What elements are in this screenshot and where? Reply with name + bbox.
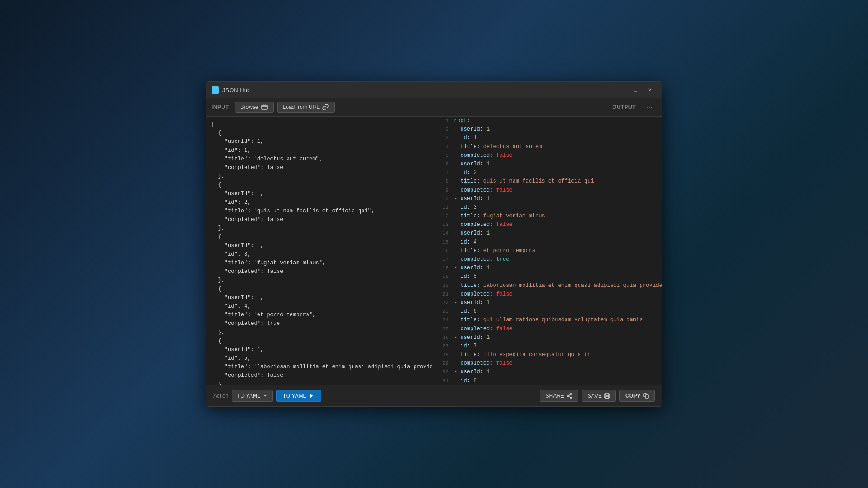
input-line: "title": "et porro tempora", [212, 311, 426, 319]
app-window: JSON Hub — □ ✕ INPUT Browse Load from UR… [206, 81, 662, 407]
output-line: 21 completed: false [432, 290, 662, 299]
output-line: 12 title: fugiat veniam minus [432, 212, 662, 221]
input-line: }, [212, 224, 426, 233]
app-title: JSON Hub [222, 87, 250, 94]
bottom-bar: Action TO YAML TO YAML SHARE [206, 385, 662, 406]
output-line: 30- userId: 1 [432, 368, 662, 376]
svg-rect-0 [262, 105, 267, 109]
input-line: "title": "quis ut nam facilis et officia… [212, 207, 426, 216]
output-line: 27 id: 7 [432, 342, 662, 351]
input-line: "completed": false [212, 164, 426, 172]
share-label: SHARE [546, 393, 564, 399]
output-line: 14- userId: 1 [432, 229, 662, 238]
input-line: "title": "fugiat veniam minus", [212, 259, 426, 267]
close-button[interactable]: ✕ [644, 85, 656, 95]
minimize-button[interactable]: — [615, 85, 627, 95]
output-line: 1root: [432, 117, 662, 125]
input-line: "id": 1, [212, 146, 426, 155]
output-line: 8 title: quis ut nam facilis et officia … [432, 177, 662, 186]
output-line: 11 id: 3 [432, 203, 662, 212]
input-line: "userId": 1, [212, 346, 426, 354]
maximize-button[interactable]: □ [629, 85, 642, 95]
run-button[interactable]: TO YAML [276, 390, 321, 402]
output-line: 28 title: illo expedita consequatur quia… [432, 351, 662, 359]
output-label: OUTPUT [612, 104, 636, 110]
input-line: "userId": 1, [212, 137, 426, 146]
share-icon [567, 393, 572, 399]
output-line: 4 title: delectus aut autem [432, 143, 662, 151]
input-line: "title": "delectus aut autem", [212, 155, 426, 164]
input-line: }, [212, 172, 426, 181]
output-line: 31 id: 8 [432, 377, 662, 385]
input-line: "title": "laboriosam mollitia et enim qu… [212, 363, 426, 371]
output-line: 6- userId: 1 [432, 160, 662, 169]
output-line: 17 completed: true [432, 255, 662, 264]
svg-line-5 [568, 396, 570, 397]
input-panel[interactable]: [ { "userId": 1, "id": 1, "title": "dele… [206, 117, 432, 385]
input-label: INPUT [212, 104, 229, 110]
input-line: "completed": false [212, 216, 426, 224]
browse-icon [261, 104, 268, 110]
svg-point-2 [570, 397, 571, 398]
output-line: 20 title: laboriosam mollitia et enim qu… [432, 282, 662, 290]
svg-rect-7 [645, 395, 648, 398]
copy-button[interactable]: COPY [619, 390, 655, 402]
input-line: { [212, 181, 426, 189]
output-line: 5 completed: false [432, 151, 662, 160]
run-label: TO YAML [283, 393, 306, 399]
share-button[interactable]: SHARE [540, 390, 578, 402]
svg-line-4 [568, 394, 570, 395]
input-line: "id": 5, [212, 354, 426, 363]
output-line: 24 title: qui ullam ratione quibusdam vo… [432, 316, 662, 324]
output-line: 16 title: et porro tempora [432, 247, 662, 255]
browse-button[interactable]: Browse [235, 102, 274, 113]
input-line: { [212, 233, 426, 241]
link-icon [322, 104, 329, 110]
save-button[interactable]: SAVE [582, 390, 616, 402]
output-line: 26- userId: 1 [432, 333, 662, 342]
input-line: { [212, 129, 426, 137]
svg-point-3 [567, 395, 568, 396]
output-line: 19 id: 5 [432, 272, 662, 281]
toolbar: INPUT Browse Load from URL OUTPUT ··· [206, 98, 662, 117]
output-line: 10- userId: 1 [432, 195, 662, 203]
window-controls: — □ ✕ [615, 85, 656, 95]
input-line: "userId": 1, [212, 294, 426, 302]
output-line: 7 id: 2 [432, 169, 662, 177]
action-dropdown[interactable]: TO YAML [232, 390, 272, 402]
output-line: 9 completed: false [432, 186, 662, 195]
input-line: }, [212, 380, 426, 385]
dropdown-label: TO YAML [237, 393, 260, 399]
input-line: { [212, 337, 426, 346]
action-label: Action [213, 393, 228, 399]
output-line: 23 id: 6 [432, 307, 662, 316]
load-url-button[interactable]: Load from URL [277, 102, 335, 113]
output-panel[interactable]: 1root:2- userId: 13 id: 14 title: delect… [432, 117, 662, 385]
save-icon [604, 393, 610, 399]
input-line: }, [212, 276, 426, 285]
copy-label: COPY [625, 393, 641, 399]
more-button[interactable]: ··· [643, 102, 656, 112]
input-line: "completed": true [212, 319, 426, 328]
input-line: "userId": 1, [212, 190, 426, 198]
input-line: "completed": false [212, 371, 426, 380]
input-line: }, [212, 328, 426, 337]
input-line: "userId": 1, [212, 242, 426, 250]
bottom-right: SHARE SAVE COPY [540, 390, 655, 402]
output-line: 29 completed: false [432, 359, 662, 368]
input-line: { [212, 285, 426, 294]
save-label: SAVE [588, 393, 602, 399]
title-bar-left: JSON Hub [212, 86, 250, 94]
input-line: [ [212, 120, 426, 129]
toolbar-left: INPUT Browse Load from URL [212, 102, 335, 113]
output-line: 13 completed: false [432, 221, 662, 229]
output-line: 22- userId: 1 [432, 299, 662, 307]
app-icon [212, 86, 219, 94]
chevron-down-icon [263, 394, 268, 398]
load-url-label: Load from URL [283, 104, 320, 110]
output-line: 15 id: 4 [432, 238, 662, 247]
action-left: Action TO YAML TO YAML [213, 390, 321, 402]
output-line: 3 id: 1 [432, 134, 662, 142]
title-bar: JSON Hub — □ ✕ [206, 82, 662, 98]
main-content: [ { "userId": 1, "id": 1, "title": "dele… [206, 117, 662, 385]
